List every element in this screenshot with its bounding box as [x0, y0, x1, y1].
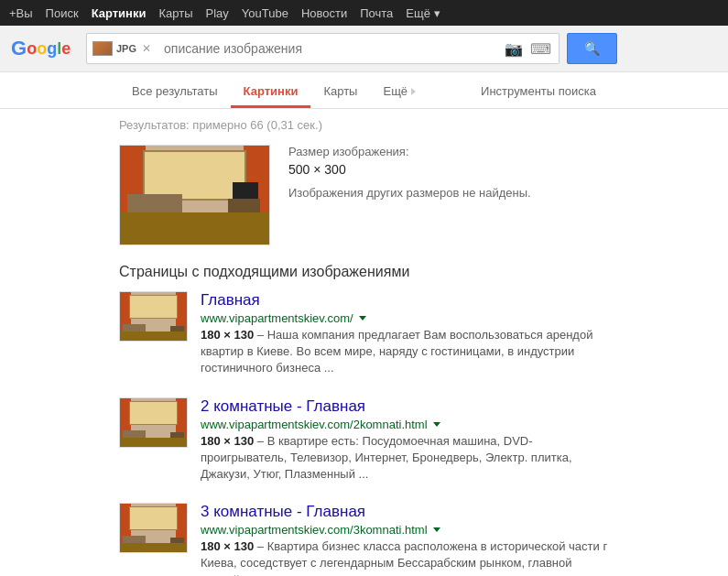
topnav-play[interactable]: Play: [206, 6, 229, 20]
keyboard-icon[interactable]: ⌨: [530, 40, 551, 58]
result-url-line-1: www.vipapartmentskiev.com/2komnati.html: [201, 418, 609, 431]
search-button[interactable]: 🔍: [567, 33, 617, 64]
topnav-youtube[interactable]: YouTube: [242, 6, 288, 20]
results-area: Результатов: примерно 66 (0,31 сек.) Раз…: [0, 109, 728, 576]
result-item-2: 3 комнатные - Главная www.vipapartmentsk…: [119, 503, 609, 576]
result-thumb-1[interactable]: [119, 397, 188, 448]
topnav-news[interactable]: Новости: [301, 6, 347, 20]
result-url-1: www.vipapartmentskiev.com/2komnati.html: [201, 418, 428, 431]
main-image-box[interactable]: [119, 145, 270, 245]
camera-icon[interactable]: 📷: [505, 40, 523, 58]
result-thumb-2[interactable]: [119, 503, 188, 553]
topnav-search[interactable]: Поиск: [46, 6, 79, 20]
result-item-1: 2 комнатные - Главная www.vipapartmentsk…: [119, 397, 609, 484]
tab-more[interactable]: Ещё: [370, 77, 429, 108]
result-content-1: 2 комнатные - Главная www.vipapartmentsk…: [201, 397, 609, 484]
image-tag: JPG ✕: [86, 33, 157, 64]
search-icon-group: 📷 ⌨: [497, 33, 560, 64]
size-value: 500 × 300: [288, 162, 609, 177]
result-url-0: www.vipapartmentskiev.com/: [201, 311, 353, 325]
topnav-maps[interactable]: Карты: [158, 6, 192, 20]
result-content-2: 3 комнатные - Главная www.vipapartmentsk…: [201, 503, 609, 576]
topnav-mail[interactable]: Почта: [360, 6, 393, 20]
remove-image-button[interactable]: ✕: [142, 42, 151, 55]
url-dropdown-0[interactable]: [359, 316, 366, 321]
result-thumb-0[interactable]: [119, 291, 188, 342]
result-desc-0: 180 × 130 – Наша компания предлагает Вам…: [201, 327, 609, 377]
tab-search-tools[interactable]: Инструменты поиска: [468, 77, 609, 108]
size-label: Размер изображения:: [288, 145, 609, 158]
tab-maps[interactable]: Карты: [310, 77, 370, 108]
result-desc-1: 180 × 130 – В квартире есть: Посудомоечн…: [201, 433, 609, 484]
pages-section-title: Страницы с подходящими изображениями: [119, 264, 609, 280]
result-url-line-0: www.vipapartmentskiev.com/: [201, 311, 609, 325]
tab-images[interactable]: Картинки: [231, 77, 311, 108]
result-url-2: www.vipapartmentskiev.com/3komnati.html: [201, 523, 428, 537]
results-count: Результатов: примерно 66 (0,31 сек.): [119, 118, 609, 132]
google-logo: Google: [11, 37, 75, 60]
result-desc-2: 180 × 130 – Квартира бизнес класса распо…: [201, 538, 609, 576]
top-navigation: +Вы Поиск Картинки Карты Play YouTube Но…: [0, 0, 728, 26]
tabs-bar: Все результаты Картинки Карты Ещё Инстру…: [0, 72, 728, 109]
topnav-plus-you[interactable]: +Вы: [9, 6, 33, 20]
main-image-result: Размер изображения: 500 × 300 Изображени…: [119, 145, 609, 245]
url-dropdown-1[interactable]: [433, 422, 440, 427]
search-header: Google JPG ✕ 📷 ⌨ 🔍: [0, 26, 728, 72]
tab-all-results[interactable]: Все результаты: [119, 77, 231, 108]
result-title-0[interactable]: Главная: [201, 291, 260, 309]
url-dropdown-2[interactable]: [433, 527, 440, 532]
file-type-label: JPG: [116, 43, 136, 54]
result-title-2[interactable]: 3 комнатные - Главная: [201, 503, 365, 520]
no-other-sizes: Изображения других размеров не найдены.: [288, 186, 609, 200]
image-thumbnail: [92, 41, 113, 56]
result-url-line-2: www.vipapartmentskiev.com/3komnati.html: [201, 523, 609, 537]
result-item-0: Главная www.vipapartmentskiev.com/ 180 ×…: [119, 291, 609, 377]
main-image-info: Размер изображения: 500 × 300 Изображени…: [288, 145, 609, 245]
result-content-0: Главная www.vipapartmentskiev.com/ 180 ×…: [201, 291, 609, 377]
search-box: JPG ✕ 📷 ⌨ 🔍: [86, 33, 617, 64]
topnav-images[interactable]: Картинки: [92, 6, 147, 20]
topnav-more[interactable]: Ещё ▾: [406, 6, 440, 20]
search-input[interactable]: [157, 33, 497, 64]
result-title-1[interactable]: 2 комнатные - Главная: [201, 397, 365, 415]
